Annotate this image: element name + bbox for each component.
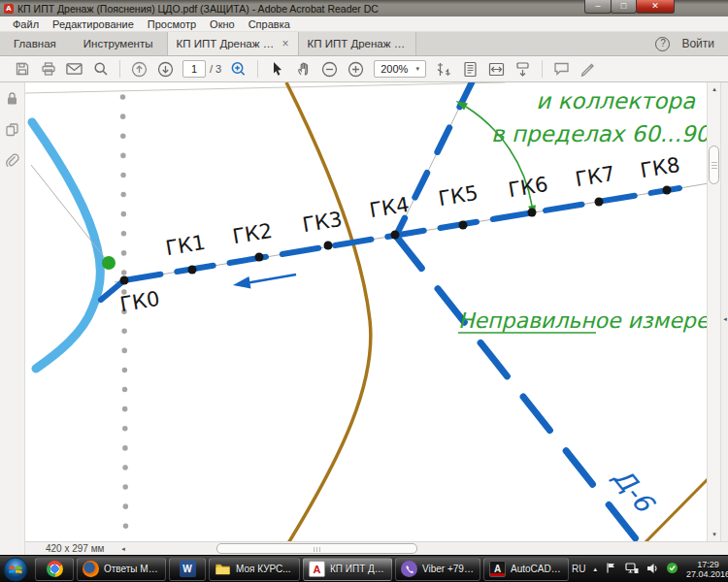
tab-home[interactable]: Главная bbox=[0, 32, 70, 55]
taskbar-word-button[interactable]: W bbox=[169, 558, 206, 581]
clock-time: 17:29 bbox=[686, 560, 728, 569]
svg-text:Неправильное измерени: Неправильное измерени bbox=[458, 308, 728, 333]
tab-document-2[interactable]: КП ИПТ Дренаж Ц... bbox=[298, 32, 415, 55]
comment-icon[interactable] bbox=[553, 61, 570, 78]
taskbar-autocad-button[interactable]: A AutoCAD 2... bbox=[483, 558, 569, 581]
fit-page-icon[interactable] bbox=[462, 61, 479, 78]
green-note-line2: в пределах 60...90 bbox=[491, 121, 711, 146]
fill-sign-icon[interactable] bbox=[579, 61, 596, 78]
next-page-icon[interactable] bbox=[157, 61, 174, 78]
maximize-button[interactable]: □ bbox=[611, 0, 637, 14]
zoom-level-select[interactable]: 200% ▾ bbox=[374, 60, 426, 78]
search-icon[interactable] bbox=[92, 61, 109, 78]
taskbar-firefox-label: Ответы Ма... bbox=[104, 564, 160, 574]
document-canvas[interactable]: ГК0 ГК1 ГК2 ГК3 ГК4 ГК5 ГК6 ГК7 ГК8 и ко… bbox=[25, 82, 728, 555]
antivirus-icon[interactable] bbox=[666, 561, 678, 578]
menu-bar: Файл Редактирование Просмотр Окно Справк… bbox=[0, 16, 728, 32]
acrobat-icon: A bbox=[309, 561, 325, 577]
system-tray: RU ▴ 17:29 27.04.2016 bbox=[572, 560, 728, 579]
close-button[interactable]: ✕ bbox=[636, 0, 675, 14]
previous-page-icon[interactable] bbox=[131, 61, 148, 78]
print-icon[interactable] bbox=[40, 61, 56, 78]
windows-taskbar: Ответы Ма... W Моя КУРС... A КП ИПТ Др..… bbox=[0, 555, 728, 582]
horizontal-scrollbar[interactable]: ◂ bbox=[116, 542, 720, 555]
word-icon: W bbox=[180, 561, 196, 577]
menu-file[interactable]: Файл bbox=[6, 18, 46, 30]
reference-point-dot bbox=[102, 256, 116, 270]
network-icon[interactable] bbox=[625, 561, 639, 578]
language-indicator[interactable]: RU bbox=[572, 564, 585, 574]
drain-line-d6 bbox=[395, 235, 648, 541]
marquee-zoom-icon[interactable] bbox=[230, 61, 247, 78]
contour-line bbox=[286, 82, 371, 541]
menu-help[interactable]: Справка bbox=[242, 18, 297, 30]
svg-text:ГК6: ГК6 bbox=[507, 173, 549, 202]
window-controls: – □ ✕ bbox=[585, 0, 675, 14]
panel-expand-icon: ◂ bbox=[721, 315, 728, 323]
window-title: КП ИПТ Дренаж (Пояснения) ЦДО.pdf (ЗАЩИТ… bbox=[17, 3, 379, 15]
folder-icon bbox=[215, 561, 231, 577]
hand-tool-icon[interactable] bbox=[295, 61, 312, 78]
email-icon[interactable] bbox=[66, 61, 83, 78]
river-path bbox=[32, 122, 100, 369]
action-center-flag-icon[interactable] bbox=[605, 561, 617, 578]
tools-panel-toggle[interactable]: ◂ bbox=[720, 82, 728, 541]
svg-text:ГК7: ГК7 bbox=[574, 162, 616, 191]
svg-text:ГК1: ГК1 bbox=[164, 231, 207, 260]
svg-text:ГК2: ГК2 bbox=[231, 219, 274, 248]
menu-view[interactable]: Просмотр bbox=[141, 18, 203, 30]
taskbar-viber-button[interactable]: Viber +792... bbox=[395, 558, 480, 581]
tab-tools[interactable]: Инструменты bbox=[70, 32, 167, 55]
svg-text:ГК5: ГК5 bbox=[437, 181, 480, 210]
taskbar-folder-button[interactable]: Моя КУРС... bbox=[209, 558, 300, 581]
page-number-input[interactable]: 1 bbox=[182, 60, 206, 78]
scroll-left-icon[interactable]: ◂ bbox=[116, 545, 130, 553]
taskbar-chrome-button[interactable] bbox=[35, 558, 74, 581]
zoom-level-value: 200% bbox=[381, 63, 408, 75]
svg-text:ГК3: ГК3 bbox=[301, 208, 344, 237]
close-tab-icon[interactable]: × bbox=[282, 37, 289, 50]
menu-window[interactable]: Окно bbox=[203, 18, 242, 30]
help-icon[interactable]: ? bbox=[655, 37, 670, 51]
sign-in-button[interactable]: Войти bbox=[681, 37, 714, 50]
page-thumbnails-icon[interactable] bbox=[5, 122, 19, 141]
tab-document-1[interactable]: КП ИПТ Дренаж (... × bbox=[167, 32, 298, 55]
taskbar-clock[interactable]: 17:29 27.04.2016 bbox=[686, 560, 728, 579]
horizontal-scroll-thumb[interactable] bbox=[216, 543, 417, 554]
hidden-icons-chevron[interactable]: ▴ bbox=[593, 566, 597, 573]
vertical-scrollbar[interactable]: ▴ ▾ bbox=[707, 82, 720, 541]
taskbar-folder-label: Моя КУРС... bbox=[236, 564, 291, 574]
tab-bar: Главная Инструменты КП ИПТ Дренаж (... ×… bbox=[0, 32, 728, 56]
taskbar-firefox-button[interactable]: Ответы Ма... bbox=[77, 558, 166, 581]
green-note-line1: и коллектора bbox=[536, 88, 696, 113]
volume-icon[interactable] bbox=[646, 561, 658, 578]
scroll-down-icon[interactable]: ▾ bbox=[708, 531, 721, 538]
minimize-button[interactable]: – bbox=[584, 0, 612, 14]
main-toolbar: 1 / 3 200% ▾ bbox=[0, 56, 728, 82]
taskbar-viber-label: Viber +792... bbox=[422, 564, 475, 574]
title-bar: A КП ИПТ Дренаж (Пояснения) ЦДО.pdf (ЗАЩ… bbox=[0, 0, 728, 16]
menu-edit[interactable]: Редактирование bbox=[46, 18, 141, 30]
tab-document-1-label: КП ИПТ Дренаж (... bbox=[177, 38, 276, 49]
autocad-icon: A bbox=[489, 561, 506, 577]
zoom-in-icon[interactable] bbox=[347, 61, 364, 78]
select-tool-icon[interactable] bbox=[269, 61, 285, 78]
start-button[interactable] bbox=[3, 557, 28, 582]
contour-line-2 bbox=[643, 477, 710, 541]
vertical-scroll-thumb[interactable] bbox=[709, 146, 719, 184]
lock-icon[interactable] bbox=[5, 91, 19, 110]
scroll-up-icon[interactable]: ▴ bbox=[708, 85, 721, 93]
attachment-icon[interactable] bbox=[5, 153, 19, 173]
navigation-pane bbox=[0, 82, 25, 555]
wrong-measurement-label: Неправильное измерени bbox=[458, 308, 728, 333]
page-count-label: / 3 bbox=[210, 63, 221, 75]
viber-icon bbox=[401, 561, 417, 577]
save-icon[interactable] bbox=[14, 61, 30, 78]
tab-document-2-label: КП ИПТ Дренаж Ц... bbox=[308, 38, 407, 49]
taskbar-acrobat-button[interactable]: A КП ИПТ Др... bbox=[303, 558, 392, 581]
page-size-indicator: 420 x 297 мм bbox=[46, 543, 104, 554]
scrolling-mode-icon[interactable] bbox=[514, 61, 531, 78]
zoom-out-icon[interactable] bbox=[321, 61, 338, 78]
actual-size-icon[interactable] bbox=[436, 61, 452, 78]
fit-width-icon[interactable] bbox=[488, 61, 505, 78]
